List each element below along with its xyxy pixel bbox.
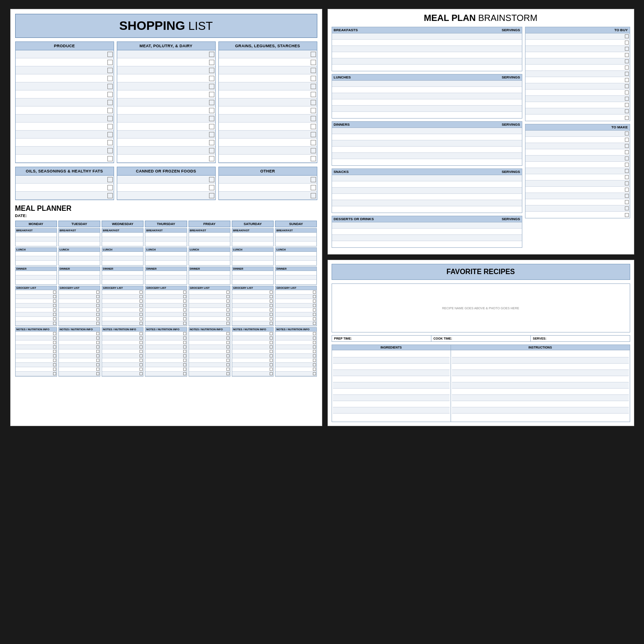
checkbox[interactable] bbox=[139, 304, 143, 307]
checkbox[interactable] bbox=[183, 322, 186, 325]
checkbox[interactable] bbox=[625, 156, 629, 160]
checkbox[interactable] bbox=[313, 308, 316, 312]
checkbox[interactable] bbox=[96, 350, 99, 353]
checkbox[interactable] bbox=[107, 185, 113, 190]
checkbox[interactable] bbox=[107, 193, 113, 198]
checkbox[interactable] bbox=[270, 359, 273, 362]
checkbox[interactable] bbox=[107, 132, 113, 137]
checkbox[interactable] bbox=[139, 299, 143, 303]
checkbox[interactable] bbox=[209, 140, 214, 145]
checkbox[interactable] bbox=[139, 317, 143, 320]
checkbox[interactable] bbox=[270, 304, 273, 307]
checkbox[interactable] bbox=[226, 332, 230, 335]
checkbox[interactable] bbox=[107, 60, 113, 65]
checkbox[interactable] bbox=[625, 213, 629, 217]
checkbox[interactable] bbox=[183, 308, 186, 312]
checkbox[interactable] bbox=[625, 84, 629, 88]
checkbox[interactable] bbox=[183, 341, 186, 344]
checkbox[interactable] bbox=[313, 350, 316, 353]
checkbox[interactable] bbox=[226, 363, 230, 366]
checkbox[interactable] bbox=[107, 68, 113, 73]
checkbox[interactable] bbox=[311, 177, 316, 182]
checkbox[interactable] bbox=[209, 132, 214, 137]
checkbox[interactable] bbox=[313, 336, 316, 340]
checkbox[interactable] bbox=[311, 156, 316, 161]
checkbox[interactable] bbox=[625, 194, 629, 198]
checkbox[interactable] bbox=[313, 332, 316, 335]
checkbox[interactable] bbox=[53, 291, 56, 294]
checkbox[interactable] bbox=[311, 124, 316, 129]
checkbox[interactable] bbox=[107, 52, 113, 57]
checkbox[interactable] bbox=[313, 372, 316, 375]
checkbox[interactable] bbox=[313, 291, 316, 294]
checkbox[interactable] bbox=[183, 295, 186, 298]
checkbox[interactable] bbox=[226, 336, 230, 340]
checkbox[interactable] bbox=[139, 308, 143, 312]
checkbox[interactable] bbox=[209, 116, 214, 121]
checkbox[interactable] bbox=[183, 291, 186, 294]
checkbox[interactable] bbox=[313, 341, 316, 344]
checkbox[interactable] bbox=[226, 317, 230, 320]
checkbox[interactable] bbox=[139, 336, 143, 340]
checkbox[interactable] bbox=[53, 368, 56, 371]
checkbox[interactable] bbox=[96, 332, 99, 335]
checkbox[interactable] bbox=[311, 148, 316, 153]
checkbox[interactable] bbox=[139, 313, 143, 316]
checkbox[interactable] bbox=[183, 368, 186, 371]
checkbox[interactable] bbox=[270, 363, 273, 366]
checkbox[interactable] bbox=[625, 53, 629, 57]
checkbox[interactable] bbox=[625, 41, 629, 45]
checkbox[interactable] bbox=[96, 322, 99, 325]
checkbox[interactable] bbox=[226, 304, 230, 307]
checkbox[interactable] bbox=[183, 345, 186, 349]
checkbox[interactable] bbox=[625, 90, 629, 94]
checkbox[interactable] bbox=[226, 359, 230, 362]
checkbox[interactable] bbox=[270, 332, 273, 335]
checkbox[interactable] bbox=[625, 181, 629, 185]
checkbox[interactable] bbox=[313, 304, 316, 307]
checkbox[interactable] bbox=[226, 345, 230, 349]
checkbox[interactable] bbox=[209, 193, 214, 198]
checkbox[interactable] bbox=[311, 132, 316, 137]
checkbox[interactable] bbox=[270, 291, 273, 294]
checkbox[interactable] bbox=[313, 317, 316, 320]
checkbox[interactable] bbox=[107, 108, 113, 113]
checkbox[interactable] bbox=[311, 84, 316, 89]
checkbox[interactable] bbox=[625, 97, 629, 101]
checkbox[interactable] bbox=[311, 193, 316, 198]
checkbox[interactable] bbox=[311, 185, 316, 190]
checkbox[interactable] bbox=[96, 363, 99, 366]
checkbox[interactable] bbox=[96, 317, 99, 320]
checkbox[interactable] bbox=[96, 304, 99, 307]
checkbox[interactable] bbox=[96, 295, 99, 298]
checkbox[interactable] bbox=[313, 359, 316, 362]
checkbox[interactable] bbox=[625, 78, 629, 82]
checkbox[interactable] bbox=[209, 100, 214, 105]
checkbox[interactable] bbox=[53, 363, 56, 366]
checkbox[interactable] bbox=[311, 116, 316, 121]
checkbox[interactable] bbox=[270, 336, 273, 340]
checkbox[interactable] bbox=[183, 304, 186, 307]
checkbox[interactable] bbox=[107, 124, 113, 129]
checkbox[interactable] bbox=[311, 68, 316, 73]
checkbox[interactable] bbox=[625, 175, 629, 179]
checkbox[interactable] bbox=[226, 322, 230, 325]
checkbox[interactable] bbox=[311, 92, 316, 97]
checkbox[interactable] bbox=[53, 372, 56, 375]
checkbox[interactable] bbox=[226, 299, 230, 303]
checkbox[interactable] bbox=[313, 299, 316, 303]
checkbox[interactable] bbox=[139, 363, 143, 366]
checkbox[interactable] bbox=[96, 372, 99, 375]
checkbox[interactable] bbox=[139, 291, 143, 294]
checkbox[interactable] bbox=[313, 368, 316, 371]
checkbox[interactable] bbox=[183, 317, 186, 320]
checkbox[interactable] bbox=[625, 150, 629, 154]
checkbox[interactable] bbox=[625, 47, 629, 51]
checkbox[interactable] bbox=[625, 169, 629, 173]
checkbox[interactable] bbox=[139, 322, 143, 325]
checkbox[interactable] bbox=[107, 148, 113, 153]
checkbox[interactable] bbox=[209, 84, 214, 89]
checkbox[interactable] bbox=[311, 52, 316, 57]
checkbox[interactable] bbox=[209, 68, 214, 73]
checkbox[interactable] bbox=[139, 341, 143, 344]
